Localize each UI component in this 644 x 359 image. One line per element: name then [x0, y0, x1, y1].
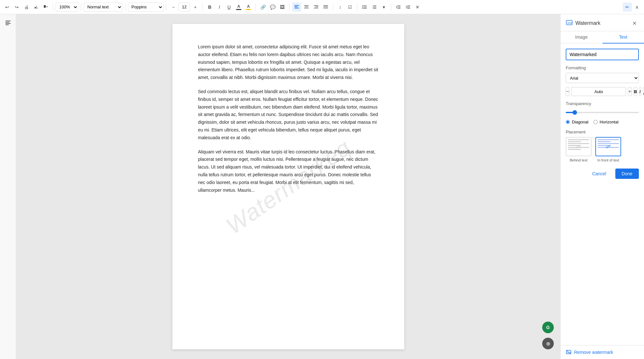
- placement-behind-card[interactable]: Wm: [566, 137, 591, 156]
- placement-front-card[interactable]: Wm: [595, 137, 621, 156]
- align-center-button[interactable]: [302, 3, 311, 12]
- watermark-icon: WM: [566, 19, 573, 28]
- svg-point-21: [362, 8, 363, 9]
- watermark-text-input[interactable]: [566, 49, 639, 60]
- left-sidebar: [0, 14, 16, 359]
- pline2: [568, 141, 581, 142]
- numbered-list-dropdown[interactable]: ▾: [379, 3, 388, 12]
- placement-label: Placement: [566, 130, 639, 134]
- pline4: [568, 145, 581, 146]
- horizontal-radio[interactable]: [593, 120, 598, 124]
- divider6: [255, 3, 256, 11]
- diagonal-label: Diagonal: [572, 120, 588, 124]
- undo-button[interactable]: ↩: [3, 3, 12, 12]
- doc-area[interactable]: Watermarkeq Lorem ipsum dolor sit amet, …: [16, 14, 560, 359]
- panel-close-button[interactable]: ✕: [630, 19, 639, 28]
- svg-rect-26: [373, 7, 376, 7]
- fpline3: [598, 143, 619, 144]
- panel-footer: WM Remove watermark: [561, 345, 644, 359]
- diagonal-radio[interactable]: [566, 120, 570, 124]
- horizontal-radio-label[interactable]: Horizontal: [593, 120, 619, 124]
- font-dropdown[interactable]: Arial Times New Roman Poppins: [566, 73, 639, 83]
- svg-point-17: [362, 5, 363, 6]
- svg-rect-20: [363, 7, 367, 7]
- underline-button[interactable]: U: [225, 3, 234, 12]
- svg-rect-38: [5, 24, 9, 25]
- svg-rect-31: [398, 8, 400, 9]
- italic-button[interactable]: I: [215, 3, 224, 12]
- paint-button[interactable]: [41, 3, 50, 12]
- redo-button[interactable]: ↪: [12, 3, 21, 12]
- bold-button[interactable]: B: [205, 3, 214, 12]
- svg-rect-22: [363, 8, 367, 9]
- wm-bold-button[interactable]: B: [634, 87, 637, 96]
- paragraph-3: Aliquam vel viverra est. Mauris vitae tu…: [198, 148, 379, 194]
- toolbar-zoom-group: 100% 75% 125%: [56, 3, 78, 12]
- clear-format-button[interactable]: ✕: [413, 3, 422, 12]
- edit-mode-button[interactable]: ✏: [623, 3, 632, 12]
- link-button[interactable]: 🔗: [258, 3, 267, 12]
- fpline1: [598, 139, 619, 140]
- toolbar: ↩ ↪ 🖨 100% 75% 125% Normal text Heading …: [0, 0, 644, 14]
- print-button[interactable]: 🖨: [22, 3, 31, 12]
- svg-rect-29: [398, 5, 400, 6]
- wm-size-increase-button[interactable]: +: [628, 87, 631, 96]
- svg-rect-33: [407, 7, 410, 7]
- font-size-increase-button[interactable]: +: [191, 3, 200, 12]
- pline6: [568, 149, 581, 150]
- indent-more-button[interactable]: [403, 3, 412, 12]
- zoom-select[interactable]: 100% 75% 125%: [56, 3, 78, 12]
- image-button[interactable]: 🖼: [278, 3, 287, 12]
- wm-italic-button[interactable]: I: [639, 87, 641, 96]
- fpline2: [598, 141, 610, 142]
- svg-rect-1: [294, 5, 299, 6]
- document-text[interactable]: Lorem ipsum dolor sit amet, consectetur …: [198, 43, 379, 194]
- font-size-decrease-button[interactable]: −: [169, 3, 178, 12]
- placement-row: Wm Behind text: [566, 137, 639, 162]
- transparency-slider[interactable]: [566, 112, 639, 113]
- done-button[interactable]: Done: [615, 169, 639, 179]
- comment-button[interactable]: 💬: [268, 3, 277, 12]
- align-left-button[interactable]: [292, 3, 301, 12]
- svg-rect-10: [315, 6, 318, 7]
- svg-rect-18: [363, 5, 367, 6]
- transparency-section: Transparency: [566, 101, 639, 114]
- diagonal-radio-label[interactable]: Diagonal: [566, 120, 588, 124]
- align-right-button[interactable]: [312, 3, 321, 12]
- user-avatar[interactable]: G: [542, 322, 554, 333]
- doc-outline-button[interactable]: [3, 18, 13, 28]
- toolbar-insert-group: 🔗 💬 🖼: [258, 3, 287, 12]
- toolbar-expand-button[interactable]: ∧: [632, 3, 641, 12]
- align-justify-button[interactable]: [321, 3, 330, 12]
- cancel-button[interactable]: Cancel: [586, 169, 613, 179]
- spellcheck-button[interactable]: [32, 3, 41, 12]
- wm-size-input[interactable]: [571, 87, 626, 96]
- placement-behind-option[interactable]: Wm Behind text: [566, 137, 591, 162]
- remove-watermark-button[interactable]: WM Remove watermark: [566, 349, 613, 355]
- wm-size-decrease-button[interactable]: −: [566, 87, 569, 96]
- line-spacing-button[interactable]: ↕: [336, 3, 345, 12]
- checklist-button[interactable]: ☑: [345, 3, 354, 12]
- svg-rect-5: [304, 5, 309, 6]
- placement-front-option[interactable]: Wm In front of text: [595, 137, 621, 162]
- highlight-button[interactable]: A: [244, 3, 253, 12]
- tab-image[interactable]: Image: [561, 31, 602, 44]
- font-select[interactable]: Poppins Arial Times New Roman: [128, 3, 163, 12]
- toolbar-spacing-group: ↕ ☑: [336, 3, 354, 12]
- toolbar-font-group: Poppins Arial Times New Roman: [128, 3, 163, 12]
- font-size-input[interactable]: [178, 3, 190, 12]
- divider3: [125, 3, 125, 11]
- text-color-button[interactable]: A: [234, 3, 243, 12]
- save-to-drive-button[interactable]: ⊕: [542, 338, 554, 349]
- tab-text[interactable]: Text: [602, 31, 644, 44]
- indent-less-button[interactable]: [394, 3, 403, 12]
- numbered-list-button[interactable]: 1.2.3.: [370, 3, 379, 12]
- svg-rect-34: [407, 8, 410, 9]
- divider1: [53, 3, 53, 11]
- font-row: Arial Times New Roman Poppins: [566, 73, 639, 83]
- remove-watermark-label: Remove watermark: [574, 350, 613, 355]
- style-select[interactable]: Normal text Heading 1 Heading 2: [84, 3, 122, 12]
- bullet-list-button[interactable]: [360, 3, 369, 12]
- panel-body: Formatting Arial Times New Roman Poppins…: [561, 44, 644, 345]
- svg-rect-2: [294, 6, 298, 7]
